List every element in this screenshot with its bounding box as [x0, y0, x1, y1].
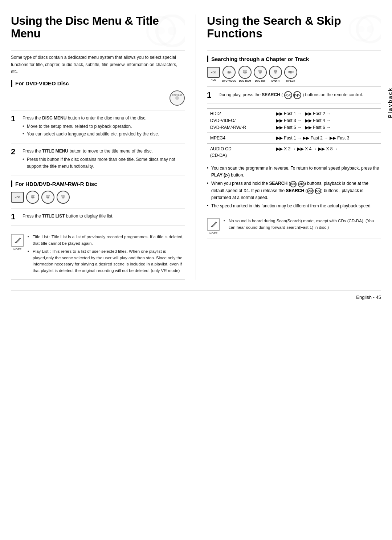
search-btn3-left: ◁◁ — [307, 188, 314, 194]
dvd-video-header-text: For DVD-VIDEO Disc — [15, 80, 69, 86]
search-table-row3: AUDIO CD(CD-DA) ▶▶ X 2 → ▶▶ X 4 → ▶▶ X 8… — [207, 143, 381, 161]
dvd-rw-icon-badge: DVDRW — [41, 191, 54, 204]
dvd-ram-icon: DVDRAM — [26, 191, 39, 204]
search-btn3-right: ▷▷ — [315, 188, 321, 194]
right-hdd-label: HDD — [211, 78, 216, 81]
right-hdd-icon: HDD — [207, 67, 220, 78]
dvd-video-header: For DVD-VIDEO Disc — [11, 80, 185, 87]
left-intro-text: Some type of discs contain a dedicated m… — [11, 54, 185, 75]
dvd-step1-bullet2: You can select audio language and subtit… — [23, 131, 159, 138]
right-dvdram-badge: DVDRAM DVD-RAM — [238, 66, 252, 82]
right-dvdvideo-icon: DVDVIDEO — [222, 66, 236, 79]
hdd-icon: HDD — [11, 192, 24, 203]
note-pencil-icon — [13, 236, 21, 244]
dvd-step1-bold: DISC MENU — [42, 115, 66, 121]
search-step1-text: During play, press the — [219, 92, 262, 97]
search-header-text: Searching through a Chapter or Track — [211, 56, 309, 62]
svg-point-7 — [358, 26, 364, 32]
hdd-disc-icons: HDD DVDRAM DVDRW — [11, 191, 185, 204]
subsection-bar — [11, 80, 12, 87]
dvd-step1-number: 1 — [11, 115, 18, 139]
right-column: Playback Using the Search & Skip Functio… — [196, 15, 381, 280]
search-step1-btns: ( ◁◁ ▷▷ ) buttons on the remote control. — [281, 92, 363, 97]
search-step1: 1 During play, press the SEARCH ( ◁◁ ▷▷ … — [207, 91, 381, 104]
search-step1-content: During play, press the SEARCH ( ◁◁ ▷▷ ) … — [219, 91, 363, 99]
dvd-step2-number: 2 — [11, 148, 18, 171]
left-note-item2: Play List : This refers to a list of use… — [28, 248, 185, 274]
right-note-text: No sound is heard during Scan(Search) mo… — [224, 218, 381, 235]
dvd-step2: 2 Press the TITLE MENU button to move to… — [11, 148, 185, 176]
left-note-box: NOTE Title List : Title List is a list o… — [11, 230, 185, 280]
dvd-step2-text2: button to move to the title menu of the … — [69, 149, 152, 154]
dvd-step2-bullet1: Press this button if the disc contains m… — [23, 156, 185, 170]
right-note-icon-wrap: NOTE — [207, 218, 220, 235]
left-note-text: Title List : Title List is a list of pre… — [28, 234, 185, 276]
search-btn2-left: ◁◁ — [290, 181, 297, 187]
dvd-step2-bold: TITLE MENU — [42, 149, 68, 154]
dvd-r-icon: DVDR — [57, 191, 70, 204]
hdd-step1-content: Press the TITLE LIST button to display t… — [23, 213, 114, 221]
search-table-row1: HDD/DVD-VIDEO/DVD-RAM/-RW/-R ▶▶ Fast 1 →… — [207, 109, 381, 133]
right-note-pencil-icon — [209, 220, 217, 228]
dvd-rw-icon: DVDRW — [41, 191, 54, 204]
dvd-step1-bullet1: Move to the setup menu related to playba… — [23, 123, 159, 130]
dvd-r-icon-badge: DVDR — [57, 191, 70, 204]
right-mpeg4-badge: MPEG4 MPEG4 — [284, 66, 297, 82]
left-note-item1: Title List : Title List is a list of pre… — [28, 234, 185, 247]
dvd-step1-bullets: Move to the setup menu related to playba… — [23, 123, 159, 138]
svg-point-3 — [158, 27, 165, 34]
right-mpeg4-icon: MPEG4 — [284, 66, 297, 79]
right-title-disc-decoration — [345, 15, 381, 44]
hdd-section: For HDD/DVD-RAM/-RW/-R Disc HDD DVDRAM — [11, 180, 185, 226]
dvd-video-disc-icon: DVD-VIDEO — [170, 90, 185, 106]
hdd-header-text: For HDD/DVD-RAM/-RW/-R Disc — [15, 181, 97, 187]
search-section: Searching through a Chapter or Track HDD… — [207, 56, 381, 239]
search-table-row1-value: ▶▶ Fast 1 → ▶▶ Fast 2 → ▶▶ Fast 3 → ▶▶ F… — [273, 109, 381, 133]
right-dvdr-label: DVD-R — [271, 80, 279, 82]
right-dvdrw-badge: DVDRW DVD-RW — [254, 66, 267, 82]
hdd-step1-bold: TITLE LIST — [42, 214, 65, 219]
left-column: Using the Disc Menu & Title Menu Some ty… — [11, 15, 196, 280]
search-table-row3-label: AUDIO CD(CD-DA) — [207, 143, 273, 161]
left-note-icon — [11, 234, 24, 247]
search-bullets: You can scan the programme in reverse. T… — [207, 165, 381, 210]
hdd-header: For HDD/DVD-RAM/-RW/-R Disc — [11, 180, 185, 187]
search-header: Searching through a Chapter or Track — [207, 56, 381, 62]
dvd-ram-icon-badge: DVDRAM — [26, 191, 39, 204]
right-mpeg4-label: MPEG4 — [286, 80, 295, 82]
right-disc-icons: HDD HDD DVDVIDEO DVD-VIDEO DVDRAM DVD — [207, 66, 381, 82]
dvd-video-badge-row: DVD-VIDEO — [11, 90, 185, 106]
search-table-row1-label: HDD/DVD-VIDEO/DVD-RAM/-RW/-R — [207, 109, 273, 133]
search-subsection-bar — [207, 56, 208, 62]
search-table-row3-value: ▶▶ X 2 → ▶▶ X 4 → ▶▶ X 8 → — [273, 143, 381, 161]
right-note-box: NOTE No sound is heard during Scan(Searc… — [207, 214, 381, 239]
dvd-step2-content: Press the TITLE MENU button to move to t… — [23, 148, 185, 171]
search-bullet2: When you press and hold the SEARCH (◁◁ ▷… — [207, 180, 381, 201]
right-title-row: Using the Search & Skip Functions — [207, 15, 381, 50]
right-dvdrw-icon: DVDRW — [254, 66, 267, 79]
search-bold3: SEARCH — [286, 188, 304, 193]
hdd-icon-badge: HDD — [11, 192, 24, 203]
hdd-step1-number: 1 — [11, 213, 18, 221]
search-bullet3: The speed marked in this function may be… — [207, 203, 381, 210]
right-note-label: NOTE — [209, 232, 217, 235]
search-table-row2: MPEG4 ▶▶ Fast 1 → ▶▶ Fast 2 → ▶▶ Fast 3 — [207, 133, 381, 144]
search-btn2-right: ▷▷ — [298, 181, 305, 187]
page-footer: English - 45 — [11, 291, 381, 300]
search-step1-number: 1 — [207, 91, 214, 99]
search-step1-bold: SEARCH — [262, 92, 280, 97]
right-dvdr-badge: DVDR DVD-R — [269, 66, 282, 82]
right-dvdr-icon: DVDR — [269, 66, 282, 79]
title-disc-decoration — [141, 15, 185, 47]
right-dvdram-label: DVD-RAM — [239, 80, 251, 82]
left-note-icon-wrap: NOTE — [11, 234, 24, 276]
page-layout: Using the Disc Menu & Title Menu Some ty… — [11, 15, 381, 280]
right-hdd-badge: HDD HDD — [207, 67, 220, 81]
dvd-video-section: For DVD-VIDEO Disc DVD-VIDEO 1 Press the… — [11, 80, 185, 175]
search-play-bold: PLAY (▷) — [211, 172, 230, 178]
search-speeds-table: HDD/DVD-VIDEO/DVD-RAM/-RW/-R ▶▶ Fast 1 →… — [207, 108, 381, 161]
dvd-step1-text2: button to enter the disc menu of the dis… — [68, 115, 147, 121]
search-btn-right: ▷▷ — [293, 91, 301, 99]
page-number: English - 45 — [356, 295, 381, 300]
search-table-row2-value: ▶▶ Fast 1 → ▶▶ Fast 2 → ▶▶ Fast 3 — [273, 133, 381, 144]
